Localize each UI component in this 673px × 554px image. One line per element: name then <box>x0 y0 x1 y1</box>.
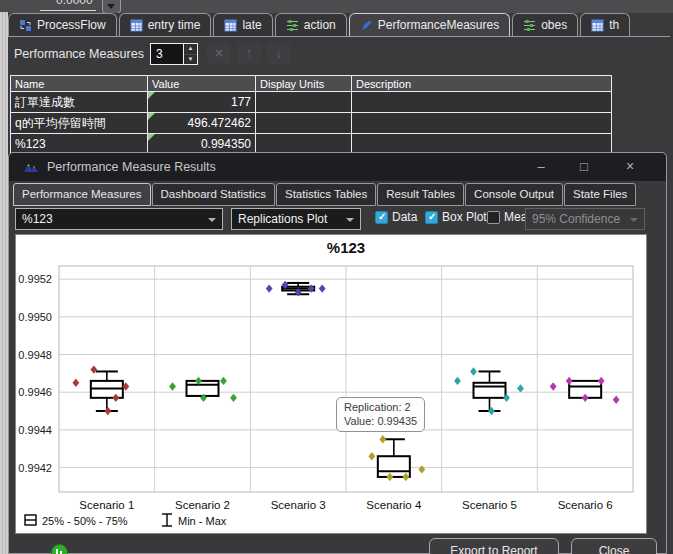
cell-value[interactable]: 496.472462 <box>148 113 256 134</box>
col-header-display-units[interactable]: Display Units <box>256 76 352 92</box>
processflow-icon <box>19 19 32 32</box>
chevron-down-icon <box>208 218 216 222</box>
tab-state-files[interactable]: State Files <box>564 183 636 206</box>
tab-dashboard-statistics[interactable]: Dashboard Statistics <box>152 183 275 206</box>
svg-text:0.9942: 0.9942 <box>18 462 52 474</box>
export-report-button[interactable]: Export to Report <box>429 538 559 554</box>
tab-performancemeasures[interactable]: PerformanceMeasures <box>349 13 510 36</box>
tab-label: th <box>609 18 619 32</box>
tab-entry-time[interactable]: entry time <box>119 13 212 36</box>
sliders-icon <box>286 19 299 32</box>
spinner-down-icon[interactable]: ▼ <box>184 55 197 65</box>
table-row: 訂單達成數 177 <box>11 92 612 113</box>
svg-text:Scenario 4: Scenario 4 <box>366 499 422 511</box>
chevron-down-icon <box>346 218 354 222</box>
table-row: q的平均停留時間 496.472462 <box>11 113 612 134</box>
confidence-select[interactable]: 95% Confidence <box>525 208 645 230</box>
arrow-down-icon: ↓ <box>276 45 283 61</box>
cell-description[interactable] <box>352 92 612 113</box>
cell-value[interactable]: 177 <box>148 92 256 113</box>
checkbox-icon <box>425 211 438 224</box>
tab-label: action <box>304 18 336 32</box>
tab-th[interactable]: th <box>580 13 630 36</box>
move-up-button[interactable]: ↑ <box>237 43 261 65</box>
cell-display-units[interactable] <box>256 92 352 113</box>
table-header-row: Name Value Display Units Description <box>11 76 612 92</box>
arrow-up-icon: ↑ <box>246 45 253 61</box>
tab-late[interactable]: late <box>213 13 272 36</box>
truncated-spinner-value[interactable]: 0.0000 <box>56 0 93 7</box>
dialog-titlebar[interactable]: Performance Measure Results – □ × <box>9 153 666 181</box>
col-header-description[interactable]: Description <box>352 76 612 92</box>
tab-performance-measures[interactable]: Performance Measures <box>13 183 151 206</box>
svg-text:Scenario 6: Scenario 6 <box>558 499 613 511</box>
box-plot-checkbox[interactable]: Box Plot <box>425 210 487 224</box>
chevron-down-icon <box>630 218 638 222</box>
tabbar-separator <box>8 36 670 37</box>
edited-corner-marker <box>148 134 155 141</box>
svg-text:0.9946: 0.9946 <box>18 386 52 398</box>
checkbox-icon <box>487 211 500 224</box>
measure-count-spinner[interactable]: 3 ▲ ▼ <box>150 43 198 65</box>
svg-text:25% - 50% - 75%: 25% - 50% - 75% <box>42 515 128 527</box>
tab-action[interactable]: action <box>275 13 347 36</box>
checkbox-icon <box>375 211 388 224</box>
tab-label: PerformanceMeasures <box>378 18 499 32</box>
main-tab-bar: ProcessFlow entry time late action Perfo… <box>8 13 630 37</box>
close-dialog-button[interactable]: Close <box>571 538 657 554</box>
chart-tooltip: Replication: 2 Value: 0.99435 <box>336 397 425 432</box>
tab-processflow[interactable]: ProcessFlow <box>8 13 117 36</box>
spinner-up-icon[interactable]: ▲ <box>184 44 197 55</box>
plot-type-select[interactable]: Replications Plot <box>231 208 361 230</box>
svg-text:Scenario 3: Scenario 3 <box>271 499 326 511</box>
svg-text:0.9948: 0.9948 <box>18 349 52 361</box>
col-header-value[interactable]: Value <box>148 76 256 92</box>
svg-text:Scenario 1: Scenario 1 <box>79 499 134 511</box>
results-chart[interactable]: %1230.99520.99500.99480.99460.99440.9942… <box>16 235 646 533</box>
tab-label: ProcessFlow <box>37 18 106 32</box>
spinner-underline <box>40 10 96 11</box>
measure-count-value[interactable]: 3 <box>151 44 183 64</box>
svg-text:Scenario 2: Scenario 2 <box>175 499 230 511</box>
cell-name[interactable]: 訂單達成數 <box>11 92 148 113</box>
close-button[interactable]: × <box>613 153 647 181</box>
dialog-tab-bar: Performance Measures Dashboard Statistic… <box>13 183 636 206</box>
cell-name[interactable]: q的平均停留時間 <box>11 113 148 134</box>
table-icon <box>591 19 604 32</box>
chart-panel: %1230.99520.99500.99480.99460.99440.9942… <box>15 234 647 534</box>
delete-measure-button[interactable]: × <box>207 43 231 65</box>
data-checkbox[interactable]: Data <box>375 210 417 224</box>
tab-obes[interactable]: obes <box>512 13 578 36</box>
measures-toolbar-label: Performance Measures <box>14 47 144 61</box>
move-down-button[interactable]: ↓ <box>267 43 291 65</box>
minimize-button[interactable]: – <box>527 153 555 181</box>
window-edge-groove <box>0 12 8 554</box>
spinner-dropdown-button[interactable] <box>102 0 121 13</box>
tab-label: late <box>242 18 261 32</box>
close-icon: × <box>626 158 634 174</box>
top-toolbar-strip: 0.0000 <box>0 0 673 13</box>
performance-measure-results-dialog: Performance Measure Results – □ × Perfor… <box>8 152 667 554</box>
edited-corner-marker <box>148 113 155 120</box>
svg-text:0.9950: 0.9950 <box>18 311 52 323</box>
svg-text:0.9952: 0.9952 <box>18 273 52 285</box>
svg-text:0.9944: 0.9944 <box>18 424 52 436</box>
tab-console-output[interactable]: Console Output <box>465 183 563 206</box>
cell-description[interactable] <box>352 113 612 134</box>
chevron-down-icon <box>107 4 115 9</box>
maximize-button[interactable]: □ <box>570 153 598 181</box>
edited-corner-marker <box>148 92 155 99</box>
app-peaks-icon <box>23 160 39 174</box>
status-green-icon[interactable] <box>51 544 68 554</box>
cell-display-units[interactable] <box>256 113 352 134</box>
col-header-name[interactable]: Name <box>11 76 148 92</box>
tooltip-line: Value: 0.99435 <box>344 414 417 428</box>
dialog-title: Performance Measure Results <box>47 160 216 174</box>
tab-label: obes <box>541 18 567 32</box>
tab-label: entry time <box>148 18 201 32</box>
tab-result-tables[interactable]: Result Tables <box>377 183 464 206</box>
x-icon: × <box>215 45 223 61</box>
pen-icon <box>360 19 373 32</box>
tab-statistics-tables[interactable]: Statistics Tables <box>276 183 376 206</box>
measure-select[interactable]: %123 <box>15 208 223 230</box>
